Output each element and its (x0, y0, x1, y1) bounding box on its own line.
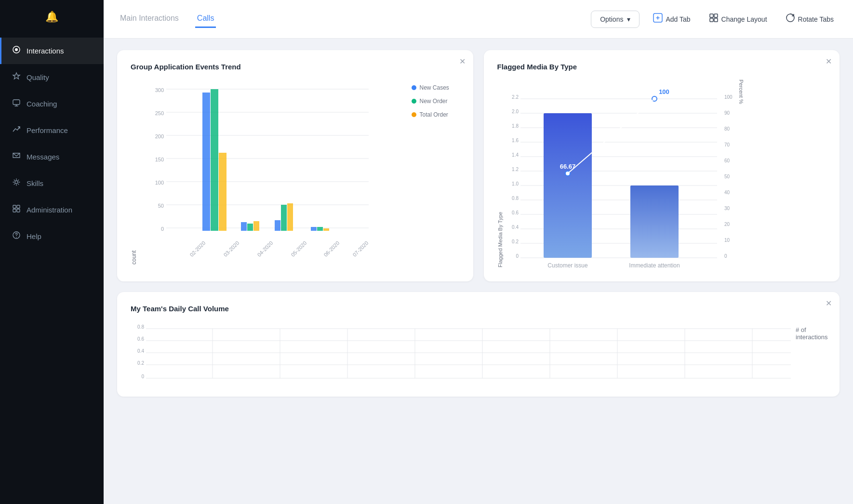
bar-04-2020-total-order (253, 221, 259, 231)
chart2-y-left-label: Flagged Media By Type (497, 80, 503, 267)
svg-text:2.0: 2.0 (512, 109, 519, 114)
chart3-title: My Team's Daily Call Volume (131, 305, 826, 313)
flagged-chart-svg: 0 0.2 0.4 0.6 0.8 1.0 1.2 1.4 1.6 1.8 2.… (505, 80, 736, 267)
sidebar-label-performance: Performance (27, 126, 68, 134)
svg-text:0: 0 (724, 253, 727, 259)
bar-06-2020-total-order (323, 228, 329, 231)
bar-chart-inner: 0 50 100 150 200 250 300 (147, 80, 406, 265)
bar-06-2020-new-order (317, 227, 323, 231)
sidebar-item-quality[interactable]: Quality (0, 64, 104, 91)
chevron-down-icon: ▾ (627, 15, 630, 23)
bar-05-2020-new-cases (275, 220, 280, 231)
svg-text:30: 30 (724, 206, 730, 211)
sidebar-item-help[interactable]: Help (0, 223, 104, 250)
svg-text:0: 0 (141, 374, 144, 379)
svg-text:250: 250 (155, 110, 164, 116)
add-tab-icon (653, 13, 663, 25)
svg-rect-15 (710, 18, 713, 22)
skills-icon (12, 178, 21, 189)
interactions-icon (12, 45, 21, 56)
sidebar-label-coaching: Coaching (27, 100, 57, 108)
svg-point-3 (15, 181, 18, 184)
performance-icon (12, 125, 21, 136)
xlabel-immediate: Immediate attention (629, 262, 680, 269)
svg-text:60: 60 (724, 158, 730, 163)
svg-text:06-2020: 06-2020 (322, 240, 340, 258)
svg-text:70: 70 (724, 142, 730, 147)
svg-text:20: 20 (724, 222, 730, 227)
label-100: 100 (659, 88, 669, 95)
sidebar-item-interactions[interactable]: Interactions (0, 38, 104, 64)
svg-text:1.8: 1.8 (512, 123, 519, 129)
sidebar-top: 🔔 (0, 0, 104, 34)
sidebar-label-interactions: Interactions (27, 47, 64, 55)
svg-text:1.0: 1.0 (512, 181, 519, 186)
legend-dot-new-order (412, 99, 416, 104)
tab-main-interactions[interactable]: Main Interactions (118, 10, 181, 28)
svg-text:1.6: 1.6 (512, 138, 519, 143)
svg-text:10: 10 (724, 238, 730, 243)
bell-icon[interactable]: 🔔 (45, 11, 58, 23)
chart1-title: Group Application Events Trend (131, 63, 460, 71)
tab-calls[interactable]: Calls (195, 10, 216, 28)
sidebar-item-coaching[interactable]: Coaching (0, 91, 104, 117)
sidebar-item-messages[interactable]: Messages (0, 144, 104, 170)
svg-rect-5 (17, 205, 20, 208)
svg-text:07-2020: 07-2020 (351, 240, 369, 258)
daily-call-svg: 0 0.2 0.4 0.6 0.8 (131, 321, 796, 384)
svg-rect-13 (710, 14, 713, 17)
svg-text:100: 100 (724, 94, 733, 100)
svg-rect-14 (714, 14, 718, 17)
svg-point-9 (16, 237, 17, 238)
svg-text:0.6: 0.6 (512, 210, 519, 215)
svg-text:0.2: 0.2 (512, 239, 519, 244)
legend-new-order: New Order (412, 98, 460, 105)
svg-rect-2 (13, 100, 20, 105)
chart1-y-label: count (131, 80, 137, 265)
chart-group-events: ✕ Group Application Events Trend count (117, 50, 473, 281)
chart2-close-button[interactable]: ✕ (826, 57, 832, 66)
svg-text:150: 150 (155, 157, 164, 162)
sidebar-item-skills[interactable]: Skills (0, 170, 104, 197)
legend-label-new-cases: New Cases (420, 84, 449, 91)
change-layout-button[interactable]: Change Layout (704, 10, 772, 28)
bar-chart-legend: New Cases New Order Total Order (412, 80, 460, 265)
sidebar-item-performance[interactable]: Performance (0, 117, 104, 144)
sidebar-label-messages: Messages (27, 153, 59, 161)
coaching-icon (12, 98, 21, 109)
svg-text:0.4: 0.4 (512, 225, 519, 230)
svg-text:0.4: 0.4 (137, 348, 144, 354)
chart3-close-button[interactable]: ✕ (826, 299, 832, 308)
charts-row: ✕ Group Application Events Trend count (117, 50, 840, 281)
label-66: 66.67 (560, 163, 575, 170)
svg-text:40: 40 (724, 190, 730, 195)
bar-chart-svg: 0 50 100 150 200 250 300 (147, 80, 383, 263)
svg-text:50: 50 (724, 174, 730, 179)
svg-text:0.6: 0.6 (137, 336, 144, 342)
legend-dot-new-cases (412, 85, 416, 90)
svg-rect-7 (17, 209, 20, 212)
bar-customer-issue (544, 113, 592, 258)
svg-text:0.8: 0.8 (512, 196, 519, 201)
svg-rect-4 (13, 205, 16, 208)
main-area: Main Interactions Calls Options ▾ Add Ta… (104, 0, 853, 504)
sidebar-label-quality: Quality (27, 73, 49, 81)
add-tab-button[interactable]: Add Tab (648, 10, 695, 28)
svg-text:50: 50 (158, 203, 164, 209)
chart1-close-button[interactable]: ✕ (459, 57, 466, 66)
svg-text:03-2020: 03-2020 (222, 240, 240, 258)
svg-text:300: 300 (155, 87, 164, 93)
sidebar-item-administration[interactable]: Administration (0, 197, 104, 223)
xlabel-customer: Customer issue (547, 262, 588, 269)
options-button[interactable]: Options ▾ (591, 11, 640, 28)
bar-04-2020-new-order (247, 224, 253, 231)
chart2-title: Flagged Media By Type (497, 63, 826, 71)
rotate-tabs-label: Rotate Tabs (798, 15, 834, 23)
bar-04-2020-new-cases (241, 222, 247, 231)
help-icon (12, 231, 21, 242)
sidebar-label-help: Help (27, 232, 41, 240)
rotate-tabs-button[interactable]: Rotate Tabs (781, 10, 839, 28)
svg-text:02-2020: 02-2020 (188, 240, 206, 258)
svg-text:0.8: 0.8 (137, 324, 144, 330)
content-area: ✕ Group Application Events Trend count (104, 39, 853, 504)
